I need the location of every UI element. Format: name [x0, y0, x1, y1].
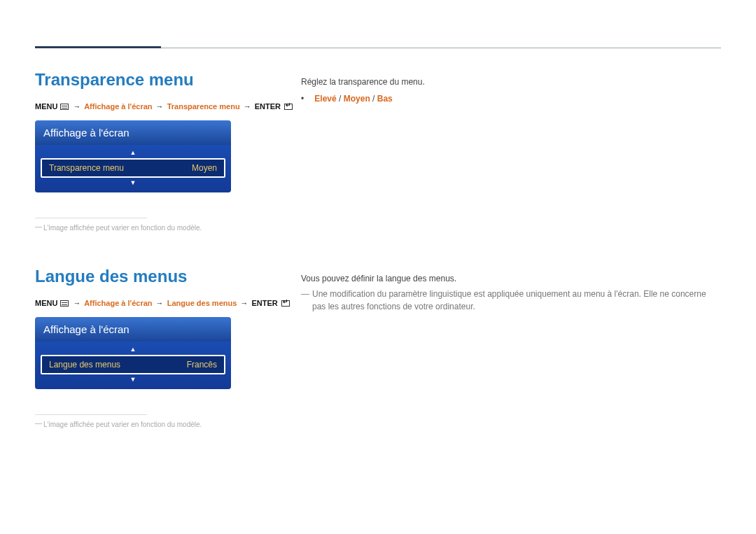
menu-breadcrumb: MENU → Affichage à l'écran → Transparenc… [35, 102, 301, 111]
breadcrumb-step: Affichage à l'écran [84, 299, 152, 307]
page-content: Transparence menu MENU → Affichage à l'é… [0, 0, 756, 428]
chevron-down-icon[interactable]: ▼ [41, 179, 225, 187]
right-column: Réglez la transparence du menu. • Elevé … [301, 70, 721, 105]
osd-header: Affichage à l'écran [35, 120, 231, 145]
menu-icon [60, 300, 69, 307]
enter-label: ENTER [251, 299, 277, 307]
enter-label: ENTER [255, 102, 281, 111]
footnote-text: L'image affichée peut varier en fonction… [35, 421, 301, 428]
options-line: • Elevé / Moyen / Bas [301, 92, 721, 105]
breadcrumb-step: Langue des menus [167, 299, 237, 307]
osd-body: ▲ Transparence menu Moyen ▼ [35, 145, 231, 192]
option: Elevé [314, 94, 336, 104]
section-transparence: Transparence menu MENU → Affichage à l'é… [35, 70, 721, 232]
osd-item-value: Moyen [192, 163, 217, 173]
osd-panel: Affichage à l'écran ▲ Transparence menu … [35, 120, 231, 192]
breadcrumb-step: Affichage à l'écran [84, 102, 152, 111]
menu-breadcrumb: MENU → Affichage à l'écran → Langue des … [35, 299, 301, 307]
menu-label: MENU [35, 299, 57, 307]
osd-selected-row[interactable]: Transparence menu Moyen [41, 158, 225, 178]
section-langue: Langue des menus MENU → Affichage à l'éc… [35, 267, 721, 428]
section-title: Langue des menus [35, 267, 301, 286]
enter-icon [284, 104, 293, 110]
chevron-up-icon[interactable]: ▲ [41, 346, 225, 353]
description: Vous pouvez définir la langue des menus. [301, 272, 721, 285]
menu-icon [60, 104, 69, 110]
osd-item-label: Langue des menus [49, 360, 120, 370]
left-column: Transparence menu MENU → Affichage à l'é… [35, 70, 301, 232]
osd-panel: Affichage à l'écran ▲ Langue des menus F… [35, 317, 231, 389]
osd-selected-row[interactable]: Langue des menus Francês [41, 355, 225, 374]
right-column: Vous pouvez définir la langue des menus.… [301, 267, 721, 313]
enter-icon [281, 300, 290, 307]
osd-header: Affichage à l'écran [35, 317, 231, 342]
footnote-separator [35, 414, 147, 415]
option: Moyen [344, 94, 370, 104]
osd-item-label: Transparence menu [49, 163, 124, 173]
bullet-icon: • [301, 92, 312, 105]
chevron-down-icon[interactable]: ▼ [41, 376, 225, 384]
osd-item-value: Francês [187, 360, 217, 370]
footnote-text: L'image affichée peut varier en fonction… [35, 224, 301, 232]
note-text: Une modification du paramètre linguistiq… [301, 288, 721, 313]
osd-body: ▲ Langue des menus Francês ▼ [35, 342, 231, 389]
description: Réglez la transparence du menu. [301, 76, 721, 88]
chevron-up-icon[interactable]: ▲ [41, 149, 225, 157]
option: Bas [377, 94, 393, 104]
breadcrumb-step: Transparence menu [167, 102, 240, 111]
section-title: Transparence menu [35, 70, 301, 90]
left-column: Langue des menus MENU → Affichage à l'éc… [35, 267, 301, 428]
header-rule-accent [35, 46, 161, 48]
menu-label: MENU [35, 102, 57, 111]
footnote-separator [35, 218, 147, 218]
